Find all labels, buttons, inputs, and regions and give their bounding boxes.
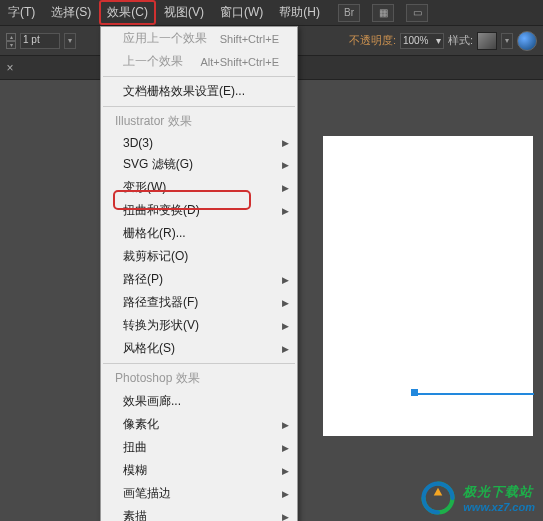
menu-brush-strokes[interactable]: 画笔描边 [101,482,297,505]
menu-3d[interactable]: 3D(3) [101,133,297,153]
menu-sketch[interactable]: 素描 [101,505,297,521]
bridge-icon[interactable]: Br [338,4,360,22]
menubar-icons: Br ▦ ▭ [338,4,428,22]
anchor-point[interactable] [411,389,418,396]
menu-pixelate[interactable]: 像素化 [101,413,297,436]
section-illustrator-effects: Illustrator 效果 [101,110,297,133]
menu-last-effect: 上一个效果Alt+Shift+Ctrl+E [101,50,297,73]
menu-distort-transform[interactable]: 扭曲和变换(D) [101,199,297,222]
stroke-dropdown-icon[interactable]: ▾ [64,33,76,49]
menu-effect-gallery[interactable]: 效果画廊... [101,390,297,413]
artboard[interactable] [323,136,533,436]
spinner-icon[interactable]: ▴▾ [6,33,16,49]
menu-effect[interactable]: 效果(C) [99,0,156,25]
menu-warp[interactable]: 变形(W) [101,176,297,199]
watermark-url: www.xz7.com [463,501,535,513]
section-photoshop-effects: Photoshop 效果 [101,367,297,390]
menu-apply-last-effect: 应用上一个效果Shift+Ctrl+E [101,27,297,50]
menu-blur[interactable]: 模糊 [101,459,297,482]
menu-convert-to-shape[interactable]: 转换为形状(V) [101,314,297,337]
menu-distort-ps[interactable]: 扭曲 [101,436,297,459]
menu-select[interactable]: 选择(S) [43,0,99,25]
stroke-weight-input[interactable]: 1 pt [20,33,60,49]
menu-rasterize[interactable]: 栅格化(R)... [101,222,297,245]
opacity-input[interactable]: 100%▾ [400,33,444,49]
menu-view[interactable]: 视图(V) [156,0,212,25]
separator [103,106,295,107]
menu-path[interactable]: 路径(P) [101,268,297,291]
watermark-logo-icon [421,481,455,515]
separator [103,363,295,364]
style-dropdown-icon[interactable]: ▾ [501,33,513,49]
menu-stylize-ai[interactable]: 风格化(S) [101,337,297,360]
effect-menu-dropdown: 应用上一个效果Shift+Ctrl+E 上一个效果Alt+Shift+Ctrl+… [100,26,298,521]
watermark-text: 极光下载站 www.xz7.com [463,483,535,513]
arrange-icon[interactable]: ▦ [372,4,394,22]
watermark-site-name: 极光下载站 [463,483,535,501]
opacity-label: 不透明度: [349,33,396,48]
viewmode-icon[interactable]: ▭ [406,4,428,22]
path-segment[interactable] [414,393,534,395]
style-swatch[interactable] [477,32,497,50]
close-tab-icon[interactable]: × [0,61,20,75]
menu-help[interactable]: 帮助(H) [271,0,328,25]
menu-bar: 字(T) 选择(S) 效果(C) 视图(V) 窗口(W) 帮助(H) Br ▦ … [0,0,543,26]
separator [103,76,295,77]
menu-type[interactable]: 字(T) [0,0,43,25]
stroke-weight-control[interactable]: ▴▾ 1 pt ▾ [6,33,76,49]
menu-pathfinder[interactable]: 路径查找器(F) [101,291,297,314]
globe-icon[interactable] [517,31,537,51]
menu-window[interactable]: 窗口(W) [212,0,271,25]
menu-doc-raster-settings[interactable]: 文档栅格效果设置(E)... [101,80,297,103]
menu-crop-marks[interactable]: 裁剪标记(O) [101,245,297,268]
watermark: 极光下载站 www.xz7.com [421,481,535,515]
menu-svg-filters[interactable]: SVG 滤镜(G) [101,153,297,176]
style-label: 样式: [448,33,473,48]
